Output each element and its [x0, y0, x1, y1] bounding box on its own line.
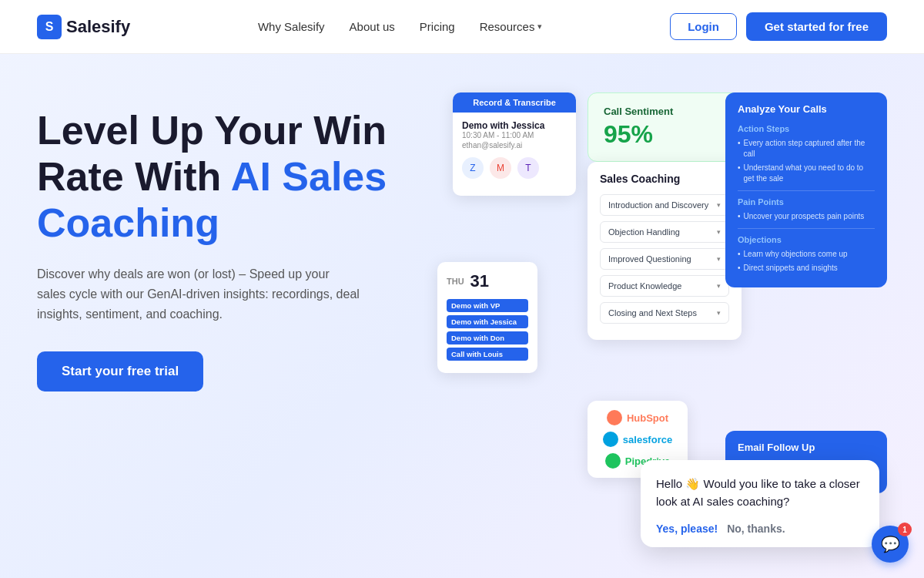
coaching-dropdown-1[interactable]: Objection Handling ▾: [600, 221, 729, 243]
nav-links: Why Salesify About us Pricing Resources …: [258, 20, 542, 34]
analyze-title: Analyze Your Calls: [738, 103, 875, 115]
coaching-dropdown-4[interactable]: Closing and Next Steps ▾: [600, 302, 729, 324]
chat-no-button[interactable]: No, thanks.: [727, 523, 785, 535]
nav-why-salesify[interactable]: Why Salesify: [258, 20, 325, 33]
call-email: ethan@salesify.ai: [462, 141, 567, 150]
chevron-down-icon: ▾: [537, 22, 542, 32]
coaching-card: Sales Coaching Introduction and Discover…: [588, 162, 742, 340]
call-time: 10:30 AM - 11:00 AM: [462, 131, 567, 139]
hubspot-label: HubSpot: [627, 412, 668, 424]
coaching-dropdown-2[interactable]: Improved Questioning ▾: [600, 248, 729, 270]
analyze-item-1: Understand what you need to do to get th…: [738, 163, 875, 184]
hero-title-line2: Rate With: [37, 154, 231, 199]
nav-actions: Login Get started for free: [670, 12, 887, 41]
get-started-button[interactable]: Get started for free: [746, 12, 887, 41]
coaching-title: Sales Coaching: [600, 173, 729, 185]
record-transcribe-card: Record & Transcribe Demo with Jessica 10…: [453, 92, 576, 196]
chevron-down-icon: ▾: [717, 228, 721, 236]
sentiment-card: Call Sentiment 95%: [588, 92, 742, 162]
analyze-section-objections: Objections: [738, 235, 875, 244]
analyze-divider-1: [738, 190, 875, 191]
chat-actions: Yes, please! No, thanks.: [656, 523, 864, 535]
nav-pricing[interactable]: Pricing: [420, 20, 455, 33]
chat-bubble: Hello 👋 Would you like to take a closer …: [641, 460, 879, 547]
chat-badge-count: 1: [898, 523, 912, 536]
calendar-date: THU 31: [447, 271, 528, 291]
chevron-down-icon: ▾: [717, 282, 721, 290]
analyze-item-0: Every action step captured after the cal…: [738, 138, 875, 160]
analyze-card: Analyze Your Calls Action Steps Every ac…: [725, 92, 887, 287]
calendar-card: THU 31 Demo with VP Demo with Jessica De…: [437, 262, 537, 373]
record-card-header: Record & Transcribe: [453, 92, 576, 113]
chevron-down-icon: ▾: [717, 201, 721, 209]
analyze-divider-2: [738, 228, 875, 229]
call-icons: Z M T: [462, 157, 567, 179]
record-card-body: Demo with Jessica 10:30 AM - 11:00 AM et…: [453, 113, 576, 196]
sentiment-label: Call Sentiment: [604, 106, 725, 117]
navbar: S Salesify Why Salesify About us Pricing…: [0, 0, 924, 54]
hero-title-line3: Coaching: [37, 200, 219, 245]
chat-message: Hello 👋 Would you like to take a closer …: [656, 476, 864, 510]
sentiment-value: 95%: [604, 120, 725, 149]
chevron-down-icon: ▾: [717, 255, 721, 263]
calendar-event-0[interactable]: Demo with VP: [447, 299, 528, 312]
salesforce-label: salesforce: [623, 434, 672, 445]
coaching-dropdown-0[interactable]: Introduction and Discovery ▾: [600, 194, 729, 216]
google-meet-icon: M: [490, 157, 511, 179]
chat-icon: 💬: [881, 535, 900, 553]
hero-section: Level Up Your Win Rate With AI Sales Coa…: [0, 54, 924, 555]
chat-yes-button[interactable]: Yes, please!: [656, 523, 718, 535]
hero-subtitle: Discover why deals are won (or lost) – S…: [37, 264, 360, 324]
logo-text: Salesify: [66, 17, 130, 37]
nav-about-us[interactable]: About us: [350, 20, 395, 33]
email-card-title: Email Follow Up: [738, 442, 875, 453]
analyze-item-3: Learn why objections come up: [738, 249, 875, 260]
hero-left: Level Up Your Win Rate With AI Sales Coa…: [37, 92, 407, 391]
salesforce-icon: [603, 432, 618, 447]
logo-icon: S: [37, 15, 62, 39]
hero-title-line1: Level Up Your Win: [37, 108, 387, 153]
calendar-event-3[interactable]: Call with Louis: [447, 348, 528, 361]
calendar-day-num: 31: [470, 271, 489, 291]
analyze-item-2: Uncover your prospects pain points: [738, 211, 875, 222]
calendar-event-1[interactable]: Demo with Jessica: [447, 315, 528, 328]
chat-fab-button[interactable]: 💬 1: [872, 526, 909, 563]
calendar-event-2[interactable]: Demo with Don: [447, 331, 528, 344]
chevron-down-icon: ▾: [717, 309, 721, 317]
crm-salesforce: salesforce: [603, 432, 672, 447]
login-button[interactable]: Login: [670, 13, 737, 40]
pipedrive-icon: [605, 453, 621, 469]
hero-right-panel: Record & Transcribe Demo with Jessica 10…: [437, 92, 887, 555]
analyze-section-action-steps: Action Steps: [738, 124, 875, 133]
start-trial-button[interactable]: Start your free trial: [37, 351, 203, 391]
hero-title: Level Up Your Win Rate With AI Sales Coa…: [37, 108, 407, 246]
nav-resources-label: Resources: [480, 20, 535, 33]
analyze-item-4: Direct snippets and insights: [738, 263, 875, 274]
coaching-dropdown-3[interactable]: Product Knowledge ▾: [600, 275, 729, 297]
crm-hubspot: HubSpot: [607, 410, 668, 425]
hubspot-icon: [607, 410, 622, 425]
call-title: Demo with Jessica: [462, 120, 567, 131]
analyze-section-pain-points: Pain Points: [738, 197, 875, 207]
logo[interactable]: S Salesify: [37, 15, 130, 39]
hero-title-highlight: AI Sales: [231, 154, 387, 199]
zoom-icon: Z: [462, 157, 484, 179]
nav-resources[interactable]: Resources ▾: [480, 20, 543, 33]
teams-icon: T: [517, 157, 539, 179]
calendar-day-label: THU: [447, 277, 464, 286]
